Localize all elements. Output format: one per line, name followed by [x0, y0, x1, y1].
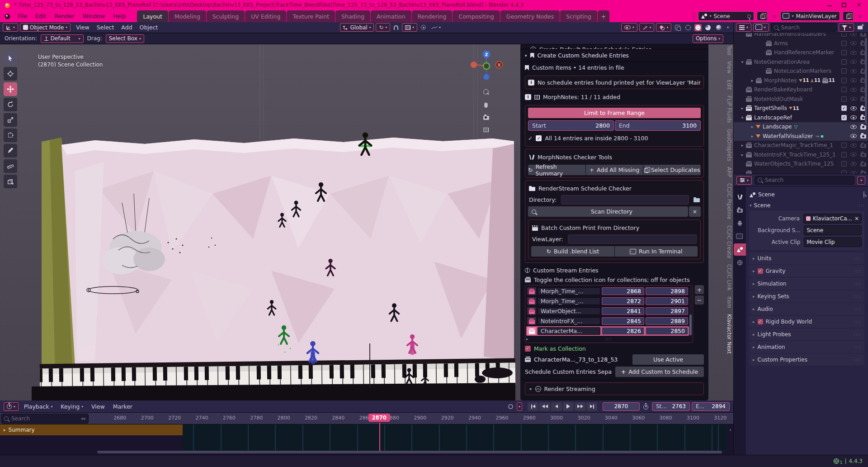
sidebar-tab[interactable]: GeoDroplets: [719, 129, 732, 161]
shading-dropdown[interactable]: ▾: [725, 23, 731, 32]
outliner-display-mode[interactable]: ▾: [736, 23, 751, 32]
property-section-row[interactable]: ▸ ✓ Gravity ::::: [750, 265, 864, 277]
selectability-checkbox[interactable]: ✓: [841, 105, 847, 111]
new-collection-button[interactable]: [856, 23, 866, 32]
expand-icon[interactable]: ▸: [749, 124, 755, 129]
sidebar-tab[interactable]: Tool: [719, 45, 732, 55]
transform-orientation-selector[interactable]: Global▾: [340, 23, 374, 32]
browse-folder-icon[interactable]: [693, 198, 700, 202]
build-blend-list-button[interactable]: ↻Build .blend List: [531, 246, 614, 257]
entry-name-field[interactable]: Morph_Time_...: [538, 287, 600, 295]
property-section-row[interactable]: ▸ Light Probes ::::: [750, 329, 864, 340]
property-section-row[interactable]: ▸ Keying Sets ::::: [750, 291, 864, 302]
shading-rendered[interactable]: [714, 23, 723, 32]
entry-in-field[interactable]: 2826: [602, 327, 644, 335]
selectability-checkbox[interactable]: [841, 143, 847, 148]
eye-icon[interactable]: [850, 143, 857, 148]
keying-dropdown[interactable]: ▾: [517, 402, 522, 411]
collection-toggle-icon[interactable]: [527, 327, 536, 335]
refresh-summary-button[interactable]: ↻Refresh Summary: [528, 165, 585, 175]
ortho-grid-icon[interactable]: [481, 124, 491, 135]
outliner-row[interactable]: HandReferenceMarker Y ↝ ▪: [734, 48, 868, 57]
selectability-checkbox[interactable]: [841, 33, 847, 37]
selectability-checkbox[interactable]: [841, 152, 847, 157]
entry-in-field[interactable]: 2845: [602, 317, 644, 325]
selectability-checkbox[interactable]: [841, 161, 847, 167]
menu-item[interactable]: Help: [109, 10, 130, 22]
drag-dropdown[interactable]: Select Box▾: [106, 34, 144, 43]
property-section-row[interactable]: ▸ ✓ Rigid Body World ::::: [750, 316, 864, 328]
workspace-tab[interactable]: +: [598, 10, 609, 22]
entry-in-field[interactable]: 2872: [602, 297, 644, 305]
selectability-checkbox[interactable]: [841, 50, 847, 55]
entry-in-field[interactable]: 2868: [602, 287, 644, 295]
prev-keyframe-button[interactable]: [539, 402, 550, 411]
outliner-row[interactable]: NoteHoldOutMask Y ↝ ▪: [734, 95, 868, 104]
snap-settings[interactable]: ▾: [402, 23, 417, 32]
range-ok-checkbox[interactable]: ✓: [536, 135, 542, 141]
timeline-menu-item[interactable]: Playback▾: [20, 403, 57, 410]
current-frame-badge[interactable]: 2870: [368, 414, 390, 422]
eye-icon[interactable]: [850, 106, 857, 110]
list-scrollbar[interactable]: [689, 287, 692, 336]
camera-render-icon[interactable]: [860, 134, 866, 138]
collection-toggle-icon[interactable]: [527, 307, 536, 315]
outliner-row[interactable]: ▾ NoteGenerationArea Y ↝ ▪: [734, 57, 868, 67]
current-frame-field[interactable]: 2870: [603, 402, 640, 411]
workspace-tab[interactable]: Texture Paint: [287, 10, 335, 22]
entry-name-field[interactable]: NoteIntroFX_...: [538, 317, 600, 325]
viewport-menu-item[interactable]: Add: [118, 24, 136, 31]
camera-render-icon[interactable]: [860, 153, 866, 157]
menu-item[interactable]: Render: [50, 10, 79, 22]
sidebar-tab[interactable]: CC/iC Create: [719, 225, 732, 258]
mark-collection-checkbox[interactable]: ✓: [525, 346, 531, 352]
tab-view-layer[interactable]: [734, 230, 746, 243]
close-button[interactable]: ✕: [856, 3, 862, 7]
menu-item[interactable]: Window: [79, 10, 109, 22]
visibility-dropdown[interactable]: ▾: [621, 23, 637, 32]
eye-icon[interactable]: [850, 60, 857, 64]
selectability-checkbox[interactable]: [841, 96, 847, 102]
eye-icon[interactable]: [850, 33, 857, 36]
xray-toggle[interactable]: [673, 23, 682, 32]
eye-icon[interactable]: [850, 152, 857, 157]
orientation-gizmo[interactable]: Z X: [466, 48, 506, 83]
sidebar-tab[interactable]: Item: [719, 296, 732, 308]
active-collection-name[interactable]: CharacterMa..._73_to_128_53: [534, 356, 629, 363]
jump-to-end-button[interactable]: [586, 402, 597, 411]
selectability-checkbox[interactable]: [841, 59, 847, 65]
shading-wireframe[interactable]: [684, 23, 693, 32]
tool-transform[interactable]: [4, 129, 17, 142]
tab-scene[interactable]: [734, 243, 746, 256]
properties-options-dropdown[interactable]: ▾: [857, 176, 865, 185]
options-button[interactable]: Options▾: [693, 34, 723, 43]
pin-icon[interactable]: [863, 191, 864, 198]
eye-icon[interactable]: [850, 88, 857, 92]
property-section-row[interactable]: ▸ Custom Properties ::::: [750, 354, 864, 366]
region-collapse-icon[interactable]: ‹: [729, 427, 731, 433]
entry-name-field[interactable]: Morph_Time_...: [538, 297, 600, 305]
add-all-missing-button[interactable]: +Add All Missing: [586, 165, 643, 175]
property-section-row[interactable]: ▸ Audio ::::: [750, 303, 864, 315]
expand-icon[interactable]: ▸: [739, 143, 745, 148]
property-section-row[interactable]: ▸ Units ::::: [750, 253, 864, 264]
eye-icon[interactable]: [850, 125, 857, 129]
property-section-row[interactable]: ▸ Simulation ::::: [750, 278, 864, 290]
entry-out-field[interactable]: 2901: [646, 297, 688, 305]
collection-toggle-icon[interactable]: [527, 287, 536, 295]
entry-in-field[interactable]: 2841: [602, 307, 644, 315]
workspace-tab[interactable]: Compositing: [453, 10, 500, 22]
workspace-tab[interactable]: UV Editing: [245, 10, 286, 22]
outliner-viewlayer-icon[interactable]: ▾: [753, 23, 769, 32]
end-frame-field[interactable]: End3100: [615, 120, 701, 131]
eye-icon[interactable]: [850, 69, 857, 73]
tool-add-cube[interactable]: [4, 175, 17, 188]
outliner-filter-dropdown[interactable]: ▾: [839, 23, 854, 32]
property-value-field[interactable]: Movie Clip: [804, 237, 862, 247]
selectability-checkbox[interactable]: ✓: [841, 115, 847, 120]
tool-tweak-select[interactable]: [4, 52, 17, 65]
editor-type-button[interactable]: ▾: [3, 23, 18, 32]
entry-out-field[interactable]: 2889: [646, 317, 688, 325]
outliner-row[interactable]: ▾ LandscapeRef Y ↝ ▪ ✓: [734, 113, 868, 123]
proportional-falloff-icon[interactable]: ▾: [429, 23, 443, 32]
